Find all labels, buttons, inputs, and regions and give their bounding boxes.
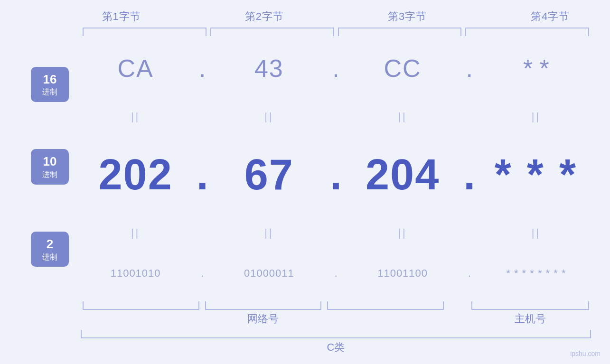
- dec-cell-2: 67: [214, 150, 324, 199]
- class-bracket: [81, 330, 591, 338]
- equals-row-2: || || || ||: [81, 226, 591, 240]
- bracket-top-4: [465, 28, 589, 36]
- bottom-bracket-row: [81, 301, 591, 310]
- hex-dot-2: .: [324, 54, 348, 83]
- bracket-top-3: [338, 28, 462, 36]
- col-headers-row: 第1字节 第2字节 第3字节 第4字节: [50, 9, 610, 24]
- bin-value-3: 11001100: [377, 267, 428, 279]
- dec-dot-1: .: [190, 150, 214, 199]
- dec-row: 202 . 67 . 204 . * * *: [81, 150, 591, 199]
- data-grid: CA . 43 . CC . * *: [81, 36, 591, 298]
- bin-dot-2: .: [324, 267, 348, 280]
- eq-5: ||: [81, 227, 190, 239]
- bottom-section: 网络号 主机号 C类: [81, 301, 591, 355]
- bin-value-4: * * * * * * * *: [506, 267, 566, 279]
- dec-value-3: 204: [366, 151, 440, 198]
- bracket-top-1: [83, 28, 206, 36]
- bin-cell-1: 11001010: [81, 267, 190, 280]
- main-container: 第1字节 第2字节 第3字节 第4字节 16 进制 10 进制 2 进制: [0, 0, 610, 364]
- bin-row: 11001010 . 01000011 . 11001100 .: [81, 267, 591, 280]
- content-area: 16 进制 10 进制 2 进制 CA .: [19, 36, 591, 298]
- dec-cell-1: 202: [81, 150, 190, 199]
- hex-row: CA . 43 . CC . * *: [81, 54, 591, 83]
- network-host-labels: 网络号 主机号: [81, 312, 591, 326]
- bin-cell-2: 01000011: [214, 267, 324, 280]
- hex-value-1: CA: [118, 55, 154, 82]
- col-header-1: 第1字节: [50, 9, 193, 24]
- hex-cell-1: CA: [81, 54, 190, 83]
- eq-1: ||: [81, 111, 190, 123]
- bin-value-2: 01000011: [244, 267, 294, 279]
- bin-value-1: 11001010: [111, 267, 161, 279]
- bracket-top-2: [210, 28, 334, 36]
- hex-value-3: CC: [384, 55, 422, 82]
- bracket-bot-3: [327, 301, 444, 310]
- dec-dot-2: .: [324, 150, 348, 199]
- equals-row-1: || || || ||: [81, 110, 591, 124]
- eq-4: ||: [481, 111, 591, 123]
- watermark: ipshu.com: [570, 350, 601, 357]
- col-header-4: 第4字节: [479, 9, 610, 24]
- network-label: 网络号: [81, 312, 446, 326]
- hex-value-4: * *: [523, 55, 549, 82]
- col-header-3: 第3字节: [336, 9, 479, 24]
- hex-cell-3: CC: [348, 54, 458, 83]
- network-brackets: [81, 301, 446, 310]
- bin-label-num: 2: [37, 236, 63, 252]
- dec-label-badge: 10 进制: [31, 149, 69, 185]
- bin-dot-3: .: [458, 267, 481, 280]
- dec-label-unit: 进制: [37, 170, 63, 180]
- bracket-bot-1: [83, 301, 199, 310]
- class-label: C类: [81, 340, 591, 355]
- bin-label-badge: 2 进制: [31, 232, 69, 267]
- hex-cell-4: * *: [481, 54, 591, 83]
- host-label: 主机号: [469, 312, 591, 326]
- dec-dot-3: .: [458, 150, 481, 199]
- hex-label-unit: 进制: [37, 87, 63, 97]
- dec-value-2: 67: [244, 151, 294, 198]
- dec-cell-4: * * *: [481, 150, 591, 199]
- eq-3: ||: [348, 111, 458, 123]
- class-bracket-row: [81, 330, 591, 338]
- eq-6: ||: [214, 227, 324, 239]
- top-brackets: [81, 28, 591, 36]
- dec-value-1: 202: [99, 151, 173, 198]
- bin-cell-3: 11001100: [348, 267, 458, 280]
- hex-cell-2: 43: [214, 54, 324, 83]
- dec-label-num: 10: [37, 154, 63, 170]
- hex-dot-3: .: [458, 54, 481, 83]
- bin-label-unit: 进制: [37, 252, 63, 262]
- bracket-bot-4: [471, 301, 589, 310]
- eq-7: ||: [348, 227, 458, 239]
- labels-column: 16 进制 10 进制 2 进制: [19, 36, 81, 298]
- host-brackets: [469, 301, 591, 310]
- col-header-2: 第2字节: [193, 9, 336, 24]
- dec-cell-3: 204: [348, 150, 458, 199]
- dec-value-4: * * *: [495, 151, 578, 198]
- hex-label-badge: 16 进制: [31, 67, 69, 103]
- class-label-row: C类: [81, 340, 591, 355]
- hex-label-num: 16: [37, 72, 63, 88]
- eq-8: ||: [481, 227, 591, 239]
- eq-2: ||: [214, 111, 324, 123]
- hex-value-2: 43: [254, 55, 284, 82]
- bin-dot-1: .: [190, 267, 214, 280]
- hex-dot-1: .: [190, 54, 214, 83]
- bracket-bot-2: [205, 301, 322, 310]
- bin-cell-4: * * * * * * * *: [481, 267, 591, 280]
- bracket-spacer: [446, 301, 469, 310]
